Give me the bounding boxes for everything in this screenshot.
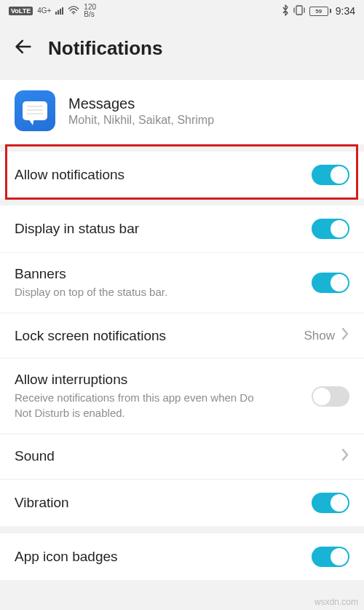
volte-badge: VoLTE (9, 7, 33, 15)
banners-label: Banners (15, 266, 167, 282)
vibrate-icon (293, 5, 305, 17)
row-vibration: Vibration (0, 480, 364, 526)
allow-interruptions-toggle[interactable] (312, 386, 349, 407)
vibration-toggle[interactable] (312, 493, 349, 513)
messages-app-icon (15, 90, 55, 131)
allow-interruptions-sub: Receive notifications from this app even… (15, 391, 262, 421)
lock-screen-label: Lock screen notifications (15, 328, 166, 344)
allow-interruptions-label: Allow interruptions (15, 372, 262, 388)
display-status-bar-toggle[interactable] (312, 219, 349, 239)
battery-icon: 59 (309, 7, 331, 16)
app-subtitle: Mohit, Nikhil, Saikat, Shrimp (68, 114, 214, 127)
chevron-right-icon (341, 326, 349, 345)
vibration-label: Vibration (15, 495, 69, 511)
status-bar: VoLTE 4G+ 120 B/s 59 9:34 (0, 0, 364, 22)
app-info-row: Messages Mohit, Nikhil, Saikat, Shrimp (0, 80, 364, 144)
svg-point-0 (73, 12, 74, 14)
row-sound[interactable]: Sound (0, 434, 364, 480)
app-icon-badges-toggle[interactable] (312, 547, 349, 567)
lock-screen-value: Show (304, 329, 335, 343)
banners-sub: Display on top of the status bar. (15, 285, 167, 300)
row-app-icon-badges: App icon badges (0, 533, 364, 580)
row-lock-screen[interactable]: Lock screen notifications Show (0, 313, 364, 359)
bluetooth-icon (282, 4, 289, 18)
row-allow-notifications: Allow notifications (0, 152, 364, 198)
row-display-status-bar: Display in status bar (0, 206, 364, 253)
page-title: Notifications (48, 37, 162, 60)
wifi-icon (68, 6, 79, 17)
sound-label: Sound (15, 448, 55, 464)
signal-icon (55, 7, 63, 15)
svg-rect-1 (296, 6, 302, 15)
data-speed: 120 B/s (84, 4, 96, 18)
clock: 9:34 (336, 5, 355, 17)
display-status-bar-label: Display in status bar (15, 221, 139, 237)
chevron-right-icon (341, 447, 349, 466)
back-icon[interactable] (13, 36, 33, 60)
allow-notifications-toggle[interactable] (312, 165, 349, 185)
app-icon-badges-label: App icon badges (15, 549, 118, 565)
network-type: 4G+ (37, 7, 51, 15)
page-header: Notifications (0, 22, 364, 80)
allow-notifications-label: Allow notifications (15, 167, 124, 183)
row-allow-interruptions: Allow interruptions Receive notification… (0, 359, 364, 434)
watermark: wsxdn.com (314, 597, 358, 607)
app-name: Messages (68, 95, 214, 112)
row-banners: Banners Display on top of the status bar… (0, 253, 364, 313)
banners-toggle[interactable] (312, 273, 349, 293)
